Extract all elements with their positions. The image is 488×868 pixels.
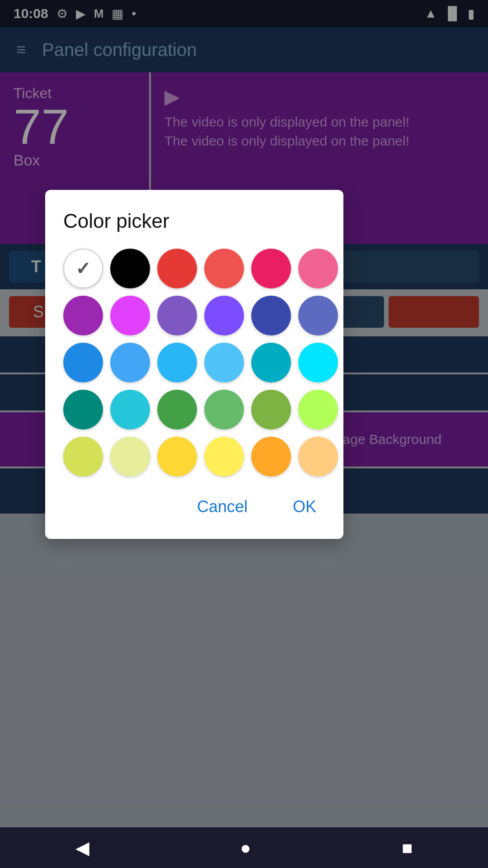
color-circle-2-5[interactable] (298, 343, 338, 382)
color-circle-1-4[interactable] (251, 296, 291, 335)
dialog-title: Color picker (63, 210, 325, 232)
color-row-2 (63, 343, 325, 382)
back-button[interactable]: ◀ (75, 837, 89, 858)
color-row-1 (63, 296, 325, 335)
color-circle-2-3[interactable] (204, 343, 244, 382)
color-circle-0-3[interactable] (204, 249, 244, 288)
color-circle-3-2[interactable] (157, 390, 197, 429)
color-circle-0-5[interactable] (298, 249, 338, 288)
color-circle-0-1[interactable] (110, 249, 150, 288)
color-circle-2-1[interactable] (110, 343, 150, 382)
color-row-0: ✓ (63, 249, 325, 288)
checkmark-icon: ✓ (75, 258, 91, 279)
color-circle-0-2[interactable] (157, 249, 197, 288)
color-circle-1-0[interactable] (63, 296, 103, 335)
color-circle-2-0[interactable] (63, 343, 103, 382)
color-circle-1-1[interactable] (110, 296, 150, 335)
modal-overlay: Color picker ✓ Cancel OK (0, 0, 488, 868)
color-circle-3-5[interactable] (298, 390, 338, 429)
home-button[interactable]: ● (240, 838, 251, 858)
color-row-4 (63, 437, 325, 476)
color-circle-2-2[interactable] (157, 343, 197, 382)
color-circle-4-3[interactable] (204, 437, 244, 476)
cancel-button[interactable]: Cancel (188, 493, 257, 521)
color-circle-3-0[interactable] (63, 390, 103, 429)
color-circle-4-0[interactable] (63, 437, 103, 476)
color-circle-4-2[interactable] (157, 437, 197, 476)
color-circle-0-0[interactable]: ✓ (63, 249, 103, 288)
color-circle-3-3[interactable] (204, 390, 244, 429)
color-grid: ✓ (63, 249, 325, 476)
color-circle-1-3[interactable] (204, 296, 244, 335)
color-circle-4-4[interactable] (251, 437, 291, 476)
color-circle-2-4[interactable] (251, 343, 291, 382)
dialog-buttons: Cancel OK (63, 493, 325, 521)
color-circle-4-1[interactable] (110, 437, 150, 476)
color-circle-0-4[interactable] (251, 249, 291, 288)
color-circle-3-1[interactable] (110, 390, 150, 429)
color-circle-4-5[interactable] (298, 437, 338, 476)
ok-button[interactable]: OK (284, 493, 325, 521)
color-circle-1-5[interactable] (298, 296, 338, 335)
color-circle-1-2[interactable] (157, 296, 197, 335)
recents-button[interactable]: ■ (402, 838, 413, 858)
color-circle-3-4[interactable] (251, 390, 291, 429)
bottom-nav: ◀ ● ■ (0, 827, 488, 868)
color-picker-dialog: Color picker ✓ Cancel OK (45, 190, 343, 539)
color-row-3 (63, 390, 325, 429)
